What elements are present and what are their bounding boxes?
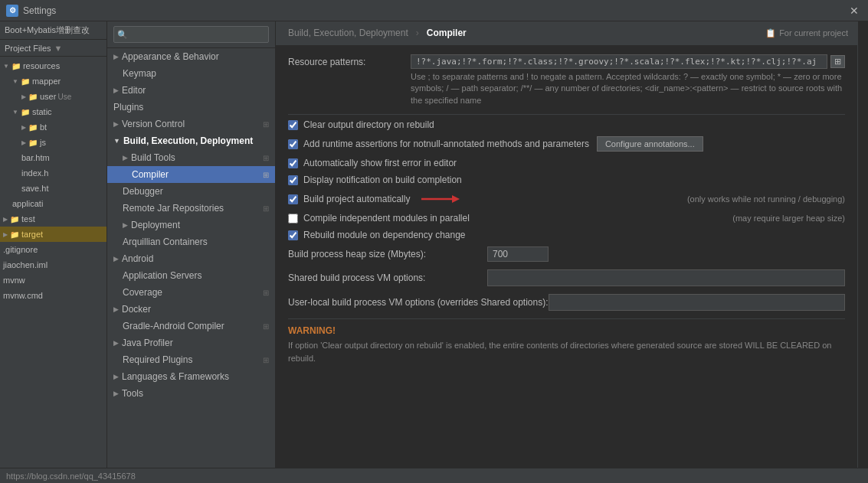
tree-item-mvnw[interactable]: mvnw xyxy=(0,273,106,288)
notification-checkbox[interactable] xyxy=(288,175,298,185)
tree-item-bt[interactable]: ▶ 📁 bt xyxy=(0,119,106,135)
checkbox-compile-parallel: Compile independent modules in parallel … xyxy=(288,213,845,224)
expand-arrow-icon: ▶ xyxy=(3,216,8,223)
settings-item-build-tools[interactable]: ▶ Build Tools ⊞ xyxy=(107,149,275,166)
tree-item-user[interactable]: ▶ 📁 user Use xyxy=(0,89,106,104)
settings-item-tools[interactable]: ▶ Tools xyxy=(107,385,275,402)
svg-marker-1 xyxy=(452,195,460,203)
expand-arrow-icon: ▶ xyxy=(113,339,119,347)
settings-item-app-servers[interactable]: Application Servers xyxy=(107,267,275,284)
breadcrumb: Build, Execution, Deployment › Compiler xyxy=(285,28,470,38)
tree-item-test[interactable]: ▶ 📁 test xyxy=(0,211,106,227)
ext-icon: ⊞ xyxy=(263,204,269,213)
user-local-vm-label: User-local build process VM options (ove… xyxy=(288,297,549,308)
breadcrumb-separator: › xyxy=(416,28,419,38)
folder-icon: 📁 xyxy=(11,62,21,70)
tree-item-resources[interactable]: ▼ 📁 resources xyxy=(0,58,106,73)
tree-item-js[interactable]: ▶ 📁 js xyxy=(0,135,106,150)
settings-item-docker[interactable]: ▶ Docker xyxy=(107,301,275,318)
tree-item-target[interactable]: ▶ 📁 target xyxy=(0,227,106,242)
window-title: Settings xyxy=(23,5,847,16)
tree-item-index-html[interactable]: index.h xyxy=(0,165,106,181)
settings-panel: 🔍 ▶ Appearance & Behavior Keymap ▶ Edito… xyxy=(107,21,276,468)
expand-arrow-icon: ▶ xyxy=(113,255,119,263)
ext-icon: ⊞ xyxy=(263,171,269,179)
warning-section: WARNING! If option 'Clear output directo… xyxy=(288,318,845,370)
tree-item-gitignore[interactable]: .gitignore xyxy=(0,242,106,257)
settings-item-label: Application Servers xyxy=(123,270,201,281)
checkbox-notification: Display notification on build completion xyxy=(288,175,845,185)
settings-item-android[interactable]: ▶ Android xyxy=(107,250,275,267)
tree-label: applicati xyxy=(12,199,43,208)
settings-item-gradle-android[interactable]: Gradle-Android Compiler ⊞ xyxy=(107,318,275,335)
settings-item-remote-jar[interactable]: Remote Jar Repositories ⊞ xyxy=(107,200,275,217)
settings-item-debugger[interactable]: Debugger xyxy=(107,183,275,200)
expand-arrow-icon: ▼ xyxy=(12,78,18,85)
tree-item-application[interactable]: applicati xyxy=(0,196,106,211)
tree-label: user xyxy=(40,92,56,101)
breadcrumb-path1: Build, Execution, Deployment xyxy=(288,28,408,38)
tree-label: target xyxy=(21,230,43,239)
resource-patterns-row: Resource patterns: ⊞ Use ; to separate p… xyxy=(288,54,845,106)
show-first-error-checkbox[interactable] xyxy=(288,158,298,168)
settings-item-label: Android xyxy=(122,253,153,264)
project-tree: ▼ 📁 resources ▼ 📁 mapper ▶ 📁 user Use ▼ … xyxy=(0,57,106,468)
ext-icon: ⊞ xyxy=(263,356,269,364)
resource-patterns-input[interactable] xyxy=(411,54,827,69)
clear-output-checkbox[interactable] xyxy=(288,120,298,130)
rebuild-module-label: Rebuild module on dependency change xyxy=(303,230,466,240)
settings-item-build-exec[interactable]: ▼ Build, Execution, Deployment xyxy=(107,132,275,149)
settings-item-appearance[interactable]: ▶ Appearance & Behavior xyxy=(107,48,275,65)
settings-item-keymap[interactable]: Keymap xyxy=(107,65,275,82)
compile-parallel-checkbox[interactable] xyxy=(288,214,298,224)
compile-parallel-note: (may require larger heap size) xyxy=(717,214,845,223)
runtime-assertions-checkbox[interactable] xyxy=(288,139,298,149)
tree-item-mapper[interactable]: ▼ 📁 mapper xyxy=(0,73,106,89)
rebuild-module-checkbox[interactable] xyxy=(288,230,298,240)
app-icon: ⚙ xyxy=(6,5,18,17)
checkbox-show-first-error: Automatically show first error in editor xyxy=(288,158,845,168)
tree-item-save-html[interactable]: save.ht xyxy=(0,181,106,196)
search-box: 🔍 xyxy=(107,21,275,48)
settings-item-coverage[interactable]: Coverage ⊞ xyxy=(107,284,275,301)
settings-item-editor[interactable]: ▶ Editor xyxy=(107,82,275,99)
build-auto-note: (only works while not running / debuggin… xyxy=(672,194,845,204)
settings-item-compiler[interactable]: Compiler ⊞ xyxy=(107,166,275,183)
dropdown-arrow-icon: ▼ xyxy=(54,44,63,53)
build-auto-checkbox[interactable] xyxy=(288,194,298,204)
configure-annotations-button[interactable]: Configure annotations... xyxy=(597,136,703,152)
ext-icon: ⊞ xyxy=(263,322,269,331)
shared-vm-input[interactable] xyxy=(487,269,845,286)
tree-item-static[interactable]: ▼ 📁 static xyxy=(0,104,106,119)
settings-item-required-plugins[interactable]: Required Plugins ⊞ xyxy=(107,351,275,368)
settings-search-input[interactable] xyxy=(113,26,269,43)
settings-item-label: Debugger xyxy=(123,186,163,197)
tree-label: test xyxy=(21,214,35,224)
expand-arrow-icon: ▶ xyxy=(123,221,128,229)
folder-icon: 📁 xyxy=(21,108,30,116)
close-button[interactable]: ✕ xyxy=(847,5,862,17)
heap-size-row: Build process heap size (Mbytes): xyxy=(288,246,845,262)
expand-arrow-icon: ▼ xyxy=(113,137,120,145)
heap-size-input[interactable] xyxy=(487,246,549,262)
expand-arrow-icon: ▶ xyxy=(113,305,119,313)
user-local-vm-input[interactable] xyxy=(549,294,846,311)
settings-item-label: Compiler xyxy=(132,169,169,180)
expand-button[interactable]: ⊞ xyxy=(830,55,845,68)
settings-item-plugins[interactable]: Plugins xyxy=(107,99,275,116)
settings-item-label: Build Tools xyxy=(131,152,175,163)
settings-item-arquillian[interactable]: Arquillian Containers xyxy=(107,233,275,250)
settings-item-java-profiler[interactable]: ▶ Java Profiler xyxy=(107,335,275,351)
folder-icon: 📁 xyxy=(28,123,38,132)
content-header: Build, Execution, Deployment › Compiler … xyxy=(276,21,857,45)
breadcrumb-current: Compiler xyxy=(427,28,467,38)
tree-item-mvnw-cmd[interactable]: mvnw.cmd xyxy=(0,288,106,303)
tree-item-bar-html[interactable]: bar.htm xyxy=(0,150,106,165)
tree-label: mvnw xyxy=(3,276,25,285)
settings-item-deployment[interactable]: ▶ Deployment xyxy=(107,217,275,233)
tree-item-iml[interactable]: jiaochen.iml xyxy=(0,257,106,273)
settings-item-vcs[interactable]: ▶ Version Control ⊞ xyxy=(107,116,275,132)
compile-parallel-label: Compile independent modules in parallel xyxy=(303,213,470,224)
settings-tree: ▶ Appearance & Behavior Keymap ▶ Editor … xyxy=(107,48,275,468)
settings-item-languages[interactable]: ▶ Languages & Frameworks xyxy=(107,368,275,385)
